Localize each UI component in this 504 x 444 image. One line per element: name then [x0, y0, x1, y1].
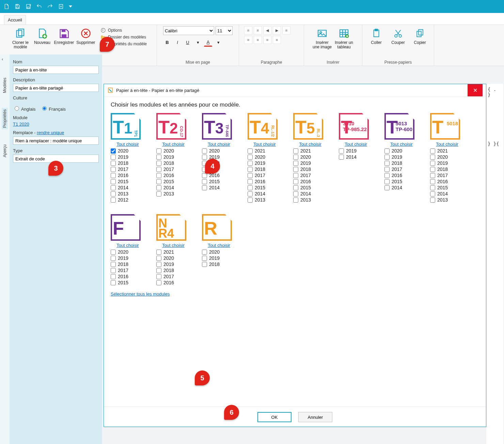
year-T2-2015[interactable]: 2015 [156, 179, 190, 184]
save-button[interactable]: Enregistrer [53, 26, 75, 45]
year-T5018-2016[interactable]: 2016 [430, 179, 464, 184]
year-F-2017[interactable]: 2017 [111, 268, 145, 273]
insert-image-button[interactable]: Insérer une image [312, 26, 333, 49]
align-center-button[interactable]: ≡ [244, 36, 252, 44]
copy-button[interactable]: Copier [409, 26, 430, 45]
select-all-T3[interactable]: Tout choisir [202, 142, 236, 147]
year-T5018-2019[interactable]: 2019 [430, 160, 464, 166]
year-T1-2014[interactable]: 2014 [111, 185, 145, 190]
year-T2-2016[interactable]: 2016 [156, 173, 190, 178]
clone-model-button[interactable]: Cloner le modèle [10, 26, 31, 49]
year-T3-2014[interactable]: 2014 [202, 185, 236, 190]
year-T5013-2020[interactable]: 2020 [384, 148, 419, 154]
year-T1-2012[interactable]: 2012 [111, 197, 145, 203]
year-T4-2014[interactable]: 2014 [248, 191, 282, 196]
year-F-2018[interactable]: 2018 [111, 261, 145, 267]
delete-button[interactable]: Supprimer [75, 26, 96, 45]
year-R-2020[interactable]: 2020 [202, 249, 236, 255]
year-T5018-2013[interactable]: 2013 [430, 197, 464, 203]
insert-table-button[interactable]: Insérer un tableau [333, 26, 355, 49]
font-color-button[interactable]: A [204, 38, 212, 47]
year-T3010-2014[interactable]: 2014 [339, 154, 373, 160]
year-T1-2015[interactable]: 2015 [111, 179, 145, 184]
align-left-button[interactable]: ≡ [282, 26, 290, 34]
year-T4-2020[interactable]: 2020 [248, 154, 282, 160]
year-T5018-2017[interactable]: 2017 [430, 173, 464, 178]
year-T5-2019[interactable]: 2019 [293, 160, 327, 166]
year-T5018-2020[interactable]: 2020 [430, 154, 464, 160]
indent-button[interactable]: ▶ [273, 26, 281, 34]
year-T5013-2016[interactable]: 2016 [384, 173, 419, 178]
year-T3-2019[interactable]: 2019 [202, 154, 236, 160]
line-spacing-button[interactable]: ≡ [273, 36, 281, 44]
font-color-dropdown[interactable]: ▾ [214, 38, 222, 46]
underline-dropdown[interactable]: ▾ [194, 38, 202, 46]
properties-icon[interactable] [58, 3, 64, 10]
year-T2-2013[interactable]: 2013 [156, 191, 190, 196]
year-T5013-2019[interactable]: 2019 [384, 154, 419, 160]
redo-icon[interactable] [47, 3, 53, 10]
year-NR4-2021[interactable]: 2021 [156, 249, 190, 255]
font-size-select[interactable]: 11 [216, 26, 233, 35]
italic-button[interactable]: I [173, 38, 182, 46]
save-icon[interactable] [14, 3, 20, 10]
year-T2-2017[interactable]: 2017 [156, 166, 190, 172]
undo-icon[interactable] [36, 3, 42, 10]
underline-button[interactable]: U [184, 38, 192, 46]
year-T5-2016[interactable]: 2016 [293, 179, 327, 184]
tab-accueil[interactable]: Accueil [4, 15, 26, 25]
select-all-T5013[interactable]: Tout choisir [384, 142, 419, 147]
year-T1-2017[interactable]: 2017 [111, 166, 145, 172]
year-F-2016[interactable]: 2016 [111, 274, 145, 279]
select-all-T1[interactable]: Tout choisir [111, 142, 145, 147]
select-all-R[interactable]: Tout choisir [202, 243, 236, 248]
year-T1-2018[interactable]: 2018 [111, 160, 145, 166]
select-all-NR4[interactable]: Tout choisir [156, 243, 190, 248]
year-T4-2021[interactable]: 2021 [248, 148, 282, 154]
replace-input[interactable] [13, 137, 99, 145]
year-T5-2021[interactable]: 2021 [293, 148, 327, 154]
module-link[interactable]: T1 2020 [13, 122, 99, 127]
year-T3-2015[interactable]: 2015 [202, 179, 236, 184]
year-T5018-2015[interactable]: 2015 [430, 185, 464, 190]
select-all-T4[interactable]: Tout choisir [248, 142, 282, 147]
sidetab-apercu[interactable]: Aperçu [2, 143, 8, 159]
year-T4-2016[interactable]: 2016 [248, 179, 282, 184]
new-button[interactable]: Nouveau [32, 26, 53, 45]
year-T5018-2018[interactable]: 2018 [430, 166, 464, 172]
year-T4-2019[interactable]: 2019 [248, 160, 282, 166]
align-right-button[interactable]: ≡ [254, 36, 262, 44]
year-T3010-2019[interactable]: 2019 [339, 148, 373, 154]
ok-button[interactable]: OK [257, 412, 292, 422]
new-file-icon[interactable] [3, 3, 10, 10]
year-T5013-2014[interactable]: 2014 [384, 185, 419, 190]
select-all-F[interactable]: Tout choisir [111, 243, 145, 248]
select-all-T5018[interactable]: Tout choisir [430, 142, 464, 147]
year-R-2018[interactable]: 2018 [202, 261, 236, 267]
year-T4-2018[interactable]: 2018 [248, 166, 282, 172]
select-all-modules-link[interactable]: Sélectionner tous les modules [111, 291, 170, 297]
paste-button[interactable]: Coller [366, 26, 387, 45]
year-F-2020[interactable]: 2020 [111, 249, 145, 255]
options-button[interactable]: Options [100, 28, 147, 33]
year-T1-2019[interactable]: 2019 [111, 154, 145, 160]
year-NR4-2018[interactable]: 2018 [156, 268, 190, 273]
year-F-2015[interactable]: 2015 [111, 280, 145, 285]
bold-button[interactable]: B [163, 38, 171, 46]
year-F-2019[interactable]: 2019 [111, 255, 145, 261]
year-NR4-2020[interactable]: 2020 [156, 255, 190, 261]
radio-francais[interactable]: Français [41, 105, 66, 112]
year-T1-2016[interactable]: 2016 [111, 173, 145, 178]
year-T1-2013[interactable]: 2013 [111, 191, 145, 196]
year-T2-2018[interactable]: 2018 [156, 160, 190, 166]
year-T4-2017[interactable]: 2017 [248, 173, 282, 178]
year-T3-2020[interactable]: 2020 [202, 148, 236, 154]
year-T5-2013[interactable]: 2013 [293, 197, 327, 203]
sidetab-modeles[interactable]: Modèles [2, 76, 8, 94]
close-button[interactable]: ✕ [468, 84, 483, 96]
nom-input[interactable] [13, 66, 99, 74]
qat-dropdown-icon[interactable] [69, 5, 72, 7]
desc-input[interactable] [13, 84, 99, 92]
select-all-T2[interactable]: Tout choisir [156, 142, 190, 147]
year-R-2019[interactable]: 2019 [202, 255, 236, 261]
